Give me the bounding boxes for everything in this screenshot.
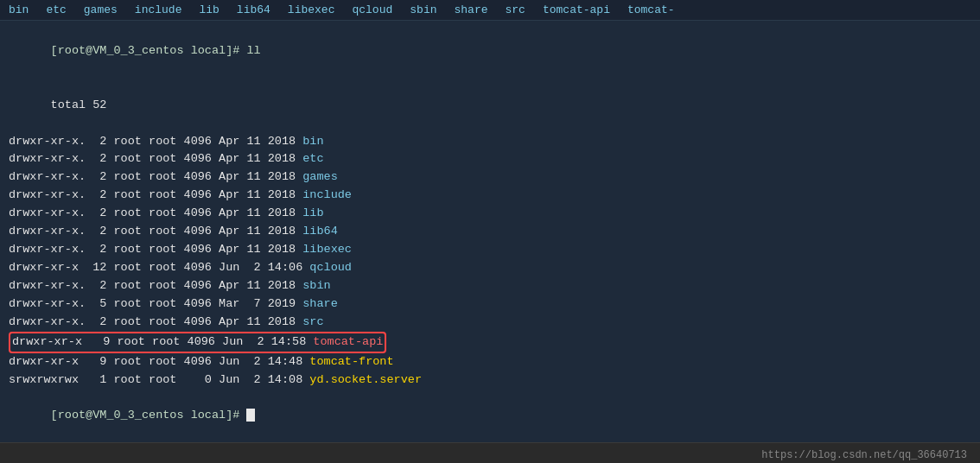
- file-info: drwxr-xr-x. 2 root root 4096 Apr 11 2018: [9, 315, 302, 328]
- file-row: drwxr-xr-x. 2 root root 4096 Apr 11 2018…: [9, 277, 971, 295]
- top-bar: binetcgamesincludeliblib64libexecqclouds…: [0, 0, 980, 21]
- file-info: drwxr-xr-x. 5 root root 4096 Mar 7 2019: [9, 297, 302, 310]
- final-prompt-line: [root@VM_0_3_centos local]#: [9, 389, 971, 439]
- top-bar-item: etc: [46, 3, 66, 16]
- file-info: drwxr-xr-x 12 root root 4096 Jun 2 14:06: [9, 261, 309, 274]
- file-row: drwxr-xr-x. 2 root root 4096 Apr 11 2018…: [9, 241, 971, 259]
- file-row: srwxrwxrwx 1 root root 0 Jun 2 14:08 yd.…: [9, 371, 971, 390]
- file-name: lib: [302, 206, 323, 219]
- file-info: drwxr-xr-x. 2 root root 4096 Apr 11 2018: [9, 188, 302, 201]
- top-bar-item: games: [84, 3, 118, 16]
- file-row: drwxr-xr-x. 2 root root 4096 Apr 11 2018…: [9, 223, 971, 241]
- bottom-bar-url: https://blog.csdn.net/qq_36640713: [761, 449, 967, 461]
- total-line: total 52: [9, 79, 971, 133]
- file-info: srwxrwxrwx 1 root root 0 Jun 2 14:08: [9, 373, 309, 386]
- file-name: games: [302, 170, 338, 183]
- file-name: libexec: [302, 243, 352, 256]
- file-row: drwxr-xr-x 9 root root 4096 Jun 2 14:48 …: [9, 353, 971, 371]
- file-info: drwxr-xr-x. 2 root root 4096 Apr 11 2018: [9, 170, 302, 183]
- file-row: drwxr-xr-x. 2 root root 4096 Apr 11 2018…: [9, 205, 971, 223]
- file-row: drwxr-xr-x. 2 root root 4096 Apr 11 2018…: [9, 168, 971, 187]
- top-bar-item: include: [135, 3, 182, 16]
- file-name: share: [302, 297, 338, 310]
- file-name: lib64: [302, 225, 338, 238]
- terminal-content: [root@VM_0_3_centos local]# ll total 52 …: [9, 24, 971, 439]
- file-row: drwxr-xr-x. 2 root root 4096 Apr 11 2018…: [9, 314, 971, 332]
- file-name: include: [302, 188, 352, 201]
- total-text: total 52: [51, 98, 107, 111]
- file-name: qcloud: [309, 261, 352, 274]
- file-row: drwxr-xr-x. 2 root root 4096 Apr 11 2018…: [9, 150, 971, 168]
- highlighted-file-row: drwxr-xr-x 9 root root 4096 Jun 2 14:58 …: [9, 332, 386, 353]
- top-bar-item: sbin: [410, 3, 436, 16]
- file-info: drwxr-xr-x. 2 root root 4096 Apr 11 2018: [9, 206, 302, 219]
- file-info: drwxr-xr-x. 2 root root 4096 Apr 11 2018: [9, 279, 302, 292]
- file-info: drwxr-xr-x. 2 root root 4096 Apr 11 2018: [9, 152, 302, 165]
- file-name: src: [302, 315, 323, 328]
- top-bar-item: libexec: [288, 3, 335, 16]
- file-info: drwxr-xr-x 9 root root 4096 Jun 2 14:58: [12, 335, 313, 348]
- file-info: drwxr-xr-x. 2 root root 4096 Apr 11 2018: [9, 243, 302, 256]
- file-name-special: yd.socket.server: [309, 373, 422, 386]
- bottom-bar: https://blog.csdn.net/qq_36640713: [0, 442, 980, 463]
- file-row: drwxr-xr-x. 5 root root 4096 Mar 7 2019 …: [9, 295, 971, 314]
- top-bar-item: src: [506, 3, 525, 16]
- top-bar-item: qcloud: [352, 3, 392, 16]
- cursor: [246, 409, 255, 422]
- file-name-highlighted: tomcat-api: [313, 335, 383, 348]
- file-name-special: tomcat-front: [309, 355, 393, 368]
- file-row: drwxr-xr-x. 2 root root 4096 Apr 11 2018…: [9, 133, 971, 151]
- top-bar-item: tomcat-: [627, 3, 675, 16]
- file-row: drwxr-xr-x. 2 root root 4096 Apr 11 2018…: [9, 187, 971, 205]
- top-bar-item: share: [455, 3, 488, 16]
- file-row: drwxr-xr-x 9 root root 4096 Jun 2 14:58 …: [9, 332, 971, 353]
- file-name: etc: [302, 152, 323, 165]
- final-prompt-text: [root@VM_0_3_centos local]#: [51, 409, 247, 422]
- top-bar-item: tomcat-api: [543, 3, 610, 16]
- file-name: sbin: [302, 279, 330, 292]
- terminal-area: [root@VM_0_3_centos local]# ll total 52 …: [0, 21, 980, 442]
- file-info: drwxr-xr-x. 2 root root 4096 Apr 11 2018: [9, 225, 302, 238]
- prompt-text: [root@VM_0_3_centos local]# ll: [51, 44, 261, 57]
- file-info: drwxr-xr-x. 2 root root 4096 Apr 11 2018: [9, 135, 302, 148]
- file-name: bin: [302, 135, 323, 148]
- top-bar-item: bin: [9, 3, 29, 16]
- file-info: drwxr-xr-x 9 root root 4096 Jun 2 14:48: [9, 355, 309, 368]
- prompt-line: [root@VM_0_3_centos local]# ll: [9, 24, 971, 79]
- top-bar-item: lib64: [237, 3, 270, 16]
- file-row: drwxr-xr-x 12 root root 4096 Jun 2 14:06…: [9, 259, 971, 277]
- top-bar-item: lib: [199, 3, 219, 16]
